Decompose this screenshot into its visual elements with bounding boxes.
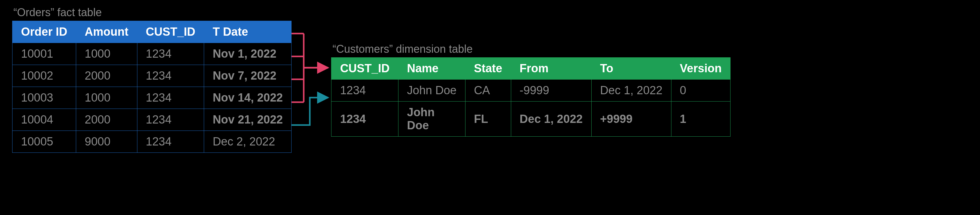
cell-amount: 2000 <box>76 109 137 131</box>
cell-order-id: 10003 <box>13 87 76 109</box>
cell-state: CA <box>465 80 511 102</box>
cell-order-id: 10004 <box>13 109 76 131</box>
orders-section: “Orders” fact table Order ID Amount CUST… <box>12 6 291 153</box>
cell-to: +9999 <box>591 102 671 137</box>
cell-name: John Doe <box>398 80 466 102</box>
cell-tdate: Nov 21, 2022 <box>204 109 291 131</box>
cell-amount: 1000 <box>76 43 137 65</box>
cell-cust-id: 1234 <box>331 102 398 137</box>
customers-col-name: Name <box>398 57 466 80</box>
cell-amount: 2000 <box>76 65 137 87</box>
cell-tdate: Nov 7, 2022 <box>204 65 291 87</box>
cell-cust-id: 1234 <box>137 87 204 109</box>
customers-caption: “Customers” dimension table <box>331 43 730 56</box>
table-row: 1234 John Doe CA -9999 Dec 1, 2022 0 <box>331 80 730 102</box>
cell-from: Dec 1, 2022 <box>511 102 591 137</box>
cell-cust-id: 1234 <box>137 43 204 65</box>
table-row: 1234 JohnDoe FL Dec 1, 2022 +9999 1 <box>331 102 730 137</box>
connector-arrows <box>291 6 331 147</box>
table-row: 10001 1000 1234 Nov 1, 2022 <box>13 43 291 65</box>
cell-from: -9999 <box>511 80 591 102</box>
cell-cust-id: 1234 <box>137 109 204 131</box>
cell-state: FL <box>465 102 511 137</box>
orders-header-row: Order ID Amount CUST_ID T Date <box>13 21 291 43</box>
cell-amount: 1000 <box>76 87 137 109</box>
orders-col-amount: Amount <box>76 21 137 43</box>
orders-col-cust-id: CUST_ID <box>137 21 204 43</box>
customers-col-version: Version <box>671 57 730 80</box>
orders-col-order-id: Order ID <box>13 21 76 43</box>
cell-version: 0 <box>671 80 730 102</box>
diagram-container: “Orders” fact table Order ID Amount CUST… <box>12 6 968 153</box>
table-row: 10005 9000 1234 Dec 2, 2022 <box>13 131 291 153</box>
orders-table: Order ID Amount CUST_ID T Date 10001 100… <box>12 21 291 153</box>
cell-tdate: Dec 2, 2022 <box>204 131 291 153</box>
cell-order-id: 10001 <box>13 43 76 65</box>
table-row: 10004 2000 1234 Nov 21, 2022 <box>13 109 291 131</box>
cell-version: 1 <box>671 102 730 137</box>
cell-cust-id: 1234 <box>331 80 398 102</box>
cell-to: Dec 1, 2022 <box>591 80 671 102</box>
customers-col-to: To <box>591 57 671 80</box>
customers-header-row: CUST_ID Name State From To Version <box>331 57 730 80</box>
customers-col-state: State <box>465 57 511 80</box>
cell-amount: 9000 <box>76 131 137 153</box>
cell-cust-id: 1234 <box>137 131 204 153</box>
orders-col-tdate: T Date <box>204 21 291 43</box>
cell-name: JohnDoe <box>398 102 466 137</box>
cell-tdate: Nov 1, 2022 <box>204 43 291 65</box>
customers-table: CUST_ID Name State From To Version 1234 … <box>331 57 730 137</box>
cell-tdate: Nov 14, 2022 <box>204 87 291 109</box>
table-row: 10003 1000 1234 Nov 14, 2022 <box>13 87 291 109</box>
cell-order-id: 10002 <box>13 65 76 87</box>
orders-caption: “Orders” fact table <box>12 6 291 19</box>
table-row: 10002 2000 1234 Nov 7, 2022 <box>13 65 291 87</box>
cell-order-id: 10005 <box>13 131 76 153</box>
customers-section: “Customers” dimension table CUST_ID Name… <box>331 6 730 137</box>
cell-cust-id: 1234 <box>137 65 204 87</box>
customers-col-from: From <box>511 57 591 80</box>
customers-col-cust-id: CUST_ID <box>331 57 398 80</box>
